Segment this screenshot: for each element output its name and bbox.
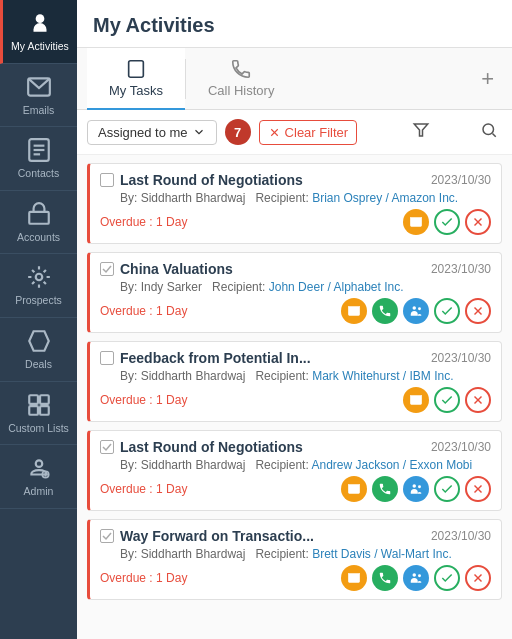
phone-action-button[interactable] — [372, 565, 398, 591]
close-action-button[interactable] — [465, 298, 491, 324]
card-actions — [341, 298, 491, 324]
tasks-icon — [125, 58, 147, 80]
overdue-label: Overdue : 1 Day — [100, 571, 187, 585]
svg-point-12 — [35, 461, 42, 468]
activity-checkbox-empty[interactable] — [100, 173, 114, 187]
card-title-row: Way Forward on Transactio... — [100, 528, 314, 544]
recipient-label: Recipient: — [255, 191, 308, 205]
sidebar-item-emails[interactable]: Emails — [0, 64, 77, 128]
phone-call-icon — [378, 482, 392, 496]
close-action-button[interactable] — [465, 476, 491, 502]
sidebar-item-prospects[interactable]: Prospects — [0, 254, 77, 318]
sidebar-item-contacts[interactable]: Contacts — [0, 127, 77, 191]
check-action-button[interactable] — [434, 565, 460, 591]
recipient-label: Recipient: — [255, 547, 308, 561]
svg-line-24 — [492, 133, 495, 136]
card-title-row: China Valuations — [100, 261, 233, 277]
filter-icon-button[interactable] — [408, 117, 434, 147]
sidebar-item-my-activities[interactable]: My Activities — [0, 0, 77, 64]
card-header: Last Round of Negotiations 2023/10/30 — [100, 172, 491, 188]
check-action-button[interactable] — [434, 209, 460, 235]
search-button[interactable] — [476, 117, 502, 147]
activity-by: By: Indy Sarker — [120, 280, 202, 294]
sidebar-item-deals[interactable]: Deals — [0, 318, 77, 382]
envelope-icon — [409, 393, 423, 407]
activity-by: By: Siddharth Bhardwaj — [120, 191, 245, 205]
svg-rect-6 — [29, 212, 49, 224]
sidebar-item-custom-lists[interactable]: Custom Lists — [0, 382, 77, 446]
activity-meta: By: Indy Sarker Recipient: John Deer / A… — [100, 280, 491, 294]
x-icon — [471, 215, 485, 229]
sidebar-item-admin[interactable]: Admin — [0, 445, 77, 509]
sidebar-label-admin: Admin — [24, 485, 54, 498]
tabs-bar: My Tasks Call History + — [77, 48, 512, 110]
activity-title: Way Forward on Transactio... — [120, 528, 314, 544]
envelope-icon — [347, 304, 361, 318]
activity-date: 2023/10/30 — [431, 440, 491, 454]
tab-my-tasks[interactable]: My Tasks — [87, 48, 185, 110]
sidebar: My Activities Emails Contacts Accounts P… — [0, 0, 77, 639]
checkmark-icon — [440, 571, 454, 585]
custom-lists-icon — [26, 392, 52, 418]
envelope-icon — [347, 482, 361, 496]
email-action-button[interactable] — [341, 565, 367, 591]
svg-point-29 — [413, 306, 417, 310]
activity-card: Last Round of Negotiations 2023/10/30 By… — [87, 430, 502, 511]
filter-bar: Assigned to me 7 Clear Filter — [77, 110, 512, 155]
assigned-filter-button[interactable]: Assigned to me — [87, 120, 217, 145]
x-icon — [471, 393, 485, 407]
svg-point-30 — [418, 307, 421, 310]
card-footer: Overdue : 1 Day — [100, 476, 491, 502]
activity-checkbox-empty[interactable] — [100, 351, 114, 365]
activity-checkbox[interactable] — [100, 440, 114, 454]
check-action-button[interactable] — [434, 476, 460, 502]
activity-by: By: Siddharth Bhardwaj — [120, 547, 245, 561]
email-action-button[interactable] — [341, 298, 367, 324]
close-action-button[interactable] — [465, 565, 491, 591]
team-action-button[interactable] — [403, 476, 429, 502]
team-action-button[interactable] — [403, 298, 429, 324]
add-tab-button[interactable]: + — [473, 58, 502, 100]
sidebar-label-prospects: Prospects — [15, 294, 62, 307]
activity-checkbox[interactable] — [100, 262, 114, 276]
close-icon — [268, 126, 281, 139]
sidebar-item-accounts[interactable]: Accounts — [0, 191, 77, 255]
activity-meta: By: Siddharth Bhardwaj Recipient: Brian … — [100, 191, 491, 205]
phone-action-button[interactable] — [372, 476, 398, 502]
close-action-button[interactable] — [465, 209, 491, 235]
svg-point-38 — [418, 485, 421, 488]
svg-rect-9 — [40, 395, 49, 404]
activity-recipient: Brett Davis / Wal-Mart Inc. — [312, 547, 452, 561]
close-action-button[interactable] — [465, 387, 491, 413]
svg-point-7 — [35, 274, 42, 281]
activity-meta: By: Siddharth Bhardwaj Recipient: Brett … — [100, 547, 491, 561]
checkmark-icon — [440, 482, 454, 496]
activity-card: Last Round of Negotiations 2023/10/30 By… — [87, 163, 502, 244]
activity-title: China Valuations — [120, 261, 233, 277]
page-title: My Activities — [77, 0, 512, 48]
accounts-icon — [26, 201, 52, 227]
phone-action-button[interactable] — [372, 298, 398, 324]
filter-badge: 7 — [225, 119, 251, 145]
activity-title: Last Round of Negotiations — [120, 172, 303, 188]
team-action-button[interactable] — [403, 565, 429, 591]
activity-checkbox[interactable] — [100, 529, 114, 543]
tab-call-history[interactable]: Call History — [186, 48, 296, 110]
deals-icon — [26, 328, 52, 354]
email-action-button[interactable] — [403, 387, 429, 413]
phone-icon — [230, 58, 252, 80]
clear-filter-button[interactable]: Clear Filter — [259, 120, 358, 145]
sort-button[interactable] — [442, 117, 468, 147]
activity-card: China Valuations 2023/10/30 By: Indy Sar… — [87, 252, 502, 333]
activity-date: 2023/10/30 — [431, 262, 491, 276]
check-action-button[interactable] — [434, 298, 460, 324]
email-action-button[interactable] — [403, 209, 429, 235]
card-footer: Overdue : 1 Day — [100, 209, 491, 235]
prospects-icon — [26, 264, 52, 290]
check-action-button[interactable] — [434, 387, 460, 413]
email-action-button[interactable] — [341, 476, 367, 502]
svg-rect-8 — [29, 395, 38, 404]
recipient-label: Recipient: — [255, 369, 308, 383]
activity-date: 2023/10/30 — [431, 173, 491, 187]
clear-filter-label: Clear Filter — [285, 125, 349, 140]
